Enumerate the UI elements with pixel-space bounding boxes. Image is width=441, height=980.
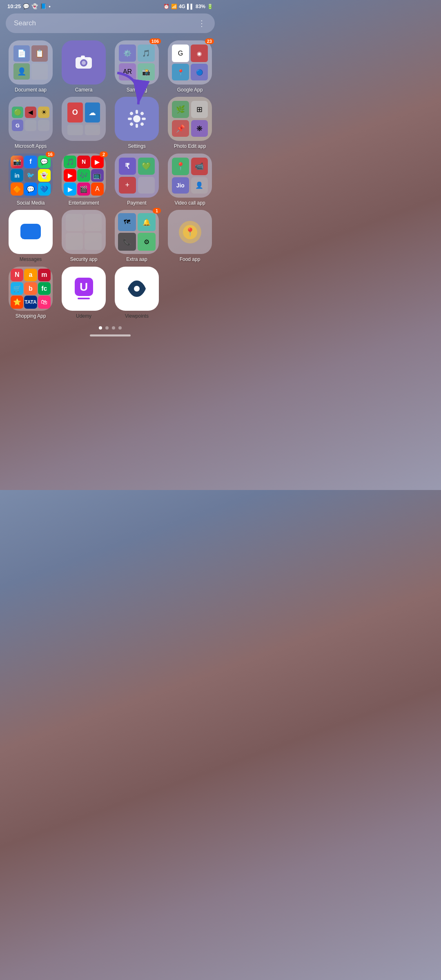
- security-app-label: Security app: [70, 256, 98, 262]
- google-badge: 23: [205, 38, 214, 44]
- payment-app-label: Payment: [127, 200, 146, 206]
- settings-app-icon[interactable]: [115, 97, 159, 141]
- lte-icon: 4G: [179, 4, 185, 9]
- app-item-payment[interactable]: ₹ 💚 + Payment: [110, 154, 163, 206]
- svg-rect-13: [129, 122, 134, 127]
- security-app-icon[interactable]: [62, 210, 106, 254]
- app-item-other1[interactable]: 🟢 ◀ ☀ G Microsoft Apps: [4, 97, 57, 149]
- settings-app-label: Settings: [128, 143, 145, 149]
- page-dot-3[interactable]: [112, 326, 115, 330]
- svg-point-3: [82, 61, 86, 65]
- camera-svg-icon: [74, 52, 94, 73]
- facebook-icon: 📘: [40, 3, 47, 9]
- viewpoints-app-icon[interactable]: [115, 267, 159, 311]
- app-item-settings[interactable]: Settings: [110, 97, 163, 149]
- app-item-security[interactable]: Security app: [57, 210, 110, 262]
- svg-point-5: [88, 58, 90, 60]
- whatsapp-icon: 💬: [23, 3, 29, 9]
- google-app-icon[interactable]: 23 G ◉ 📍 🔵: [168, 40, 212, 85]
- status-bar: 10:25 💬 👻 📘 • ⏰ 📶 4G ▌▌ 83% 🔋: [0, 0, 220, 11]
- app-item-viewpoints[interactable]: Viewpoints: [110, 267, 163, 319]
- microsoft-icon[interactable]: O ☁: [62, 97, 106, 141]
- videocall-app-icon[interactable]: 📍 📹 Jio 👤: [168, 154, 212, 198]
- document-app-label: Document aap: [15, 87, 47, 93]
- app-item-microsoft[interactable]: O ☁: [57, 97, 110, 149]
- svg-rect-7: [136, 110, 138, 114]
- alarm-icon: ⏰: [163, 4, 169, 9]
- app-item-empty: [163, 267, 216, 319]
- page-dot-4[interactable]: [118, 326, 122, 330]
- other-app1-label: Microsoft Apps: [15, 143, 47, 149]
- samsung-app-label: Samsung: [127, 87, 147, 93]
- empty-slot: [168, 267, 212, 311]
- app-item-food[interactable]: 📍 Food app: [163, 210, 216, 262]
- viewpoints-svg-icon: [125, 276, 149, 301]
- extra-badge: 1: [153, 208, 161, 214]
- samsung-app-icon[interactable]: 106 ⚙️ 🎵 AR 📸: [115, 40, 159, 85]
- app-item-extra[interactable]: 1 🗺 🔔 📞 ⚙ Extra aap: [110, 210, 163, 262]
- signal-icon: ▌▌: [187, 4, 194, 9]
- app-item-samsung[interactable]: 106 ⚙️ 🎵 AR 📸 Samsung: [110, 40, 163, 93]
- messages-svg-icon: [18, 220, 43, 244]
- extra-app-label: Extra aap: [126, 256, 147, 262]
- app-item-messages[interactable]: Messages: [4, 210, 57, 262]
- app-item-shopping[interactable]: N a m 🛒 b fc ⭐ TATA 🛍 Shopping App: [4, 267, 57, 319]
- udemy-app-label: Udemy: [76, 313, 91, 319]
- battery-icon: 🔋: [207, 4, 213, 9]
- svg-rect-11: [129, 111, 134, 116]
- food-app-icon[interactable]: 📍: [168, 210, 212, 254]
- more-options-icon[interactable]: ⋮: [198, 18, 207, 28]
- svg-rect-4: [81, 56, 85, 58]
- app-item-camera[interactable]: Camera: [57, 40, 110, 93]
- camera-app-icon[interactable]: [62, 40, 106, 85]
- messages-app-icon[interactable]: [9, 210, 53, 254]
- search-placeholder: Search: [14, 19, 36, 27]
- app-item-videocall[interactable]: 📍 📹 Jio 👤 Video call app: [163, 154, 216, 206]
- svg-rect-8: [136, 124, 138, 128]
- shopping-app-label: Shopping App: [16, 313, 46, 319]
- viewpoints-app-label: Viewpoints: [125, 313, 149, 319]
- payment-app-icon[interactable]: ₹ 💚 +: [115, 154, 159, 198]
- page-dot-1[interactable]: [99, 326, 102, 330]
- entertainment-badge: 2: [100, 151, 108, 157]
- app-item-google[interactable]: 23 G ◉ 📍 🔵 Google App: [163, 40, 216, 93]
- svg-point-6: [133, 115, 140, 122]
- nav-handle[interactable]: [90, 334, 131, 336]
- status-left: 10:25 💬 👻 📘 •: [7, 3, 51, 9]
- social-media-icon[interactable]: 16 📸 f 💬 in 🐦 👻 🔶 💬 💙: [9, 154, 53, 198]
- extra-app-icon[interactable]: 1 🗺 🔔 📞 ⚙: [115, 210, 159, 254]
- videocall-app-label: Video call app: [174, 200, 205, 206]
- document-app-icon[interactable]: 📄 📋 👤: [9, 40, 53, 85]
- svg-point-17: [134, 286, 140, 292]
- battery-display: 83%: [196, 4, 205, 9]
- samsung-badge: 106: [149, 38, 161, 44]
- dot-indicator: •: [49, 3, 51, 9]
- entertainment-app-icon[interactable]: 2 🎵 N ▶ ▶ 🎶 📺 ▶ 🎬 A: [62, 154, 106, 198]
- app-item-photoedit[interactable]: 🌿 ⊞ 📌 ❋ Photo Edit app: [163, 97, 216, 149]
- shopping-app-icon[interactable]: N a m 🛒 b fc ⭐ TATA 🛍: [9, 267, 53, 311]
- food-app-label: Food app: [180, 256, 200, 262]
- time-display: 10:25: [7, 3, 21, 9]
- settings-gear-icon: [126, 108, 148, 130]
- svg-rect-9: [128, 118, 132, 120]
- app-grid: 📄 📋 👤 Document aap Camera 106 ⚙️: [0, 37, 220, 322]
- nav-bar: [0, 331, 220, 338]
- other-app1-icon[interactable]: 🟢 ◀ ☀ G: [9, 97, 53, 141]
- snapchat-icon: 👻: [31, 3, 38, 9]
- camera-app-label: Camera: [75, 87, 93, 93]
- photoedit-app-icon[interactable]: 🌿 ⊞ 📌 ❋: [168, 97, 212, 141]
- messages-app-label: Messages: [20, 256, 42, 262]
- search-bar[interactable]: Search ⋮: [6, 13, 215, 33]
- wifi-icon: 📶: [171, 4, 177, 9]
- app-item-udemy[interactable]: U Udemy: [57, 267, 110, 319]
- app-item-social[interactable]: 16 📸 f 💬 in 🐦 👻 🔶 💬 💙 Social Media: [4, 154, 57, 206]
- udemy-app-icon[interactable]: U: [62, 267, 106, 311]
- status-right: ⏰ 📶 4G ▌▌ 83% 🔋: [163, 4, 213, 9]
- svg-rect-14: [140, 122, 144, 127]
- photoedit-app-label: Photo Edit app: [174, 143, 206, 149]
- app-item-document[interactable]: 📄 📋 👤 Document aap: [4, 40, 57, 93]
- svg-rect-10: [142, 118, 146, 120]
- app-item-entertainment[interactable]: 2 🎵 N ▶ ▶ 🎶 📺 ▶ 🎬 A Entertainment: [57, 154, 110, 206]
- entertainment-label: Entertainment: [69, 200, 99, 206]
- page-dot-2[interactable]: [105, 326, 109, 330]
